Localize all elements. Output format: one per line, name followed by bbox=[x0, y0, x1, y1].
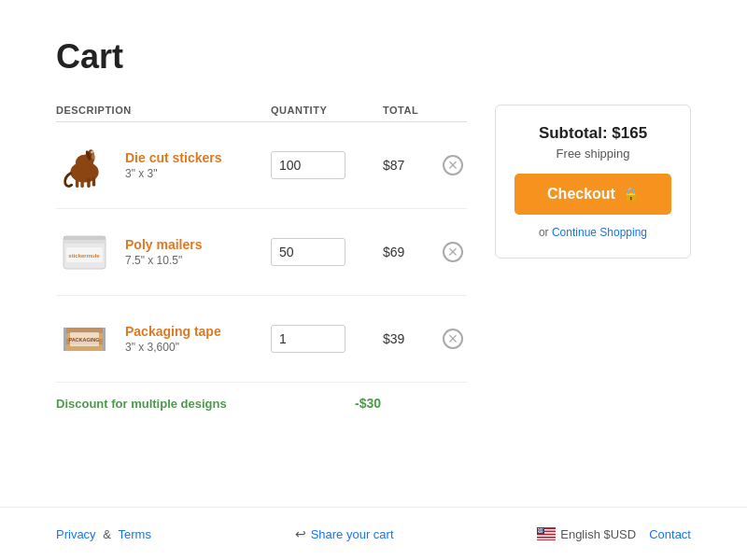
item-remove-cell: × bbox=[439, 242, 467, 262]
cart-section: DESCRIPTION QUANTITY TOTAL bbox=[56, 105, 467, 424]
header-remove bbox=[439, 105, 467, 116]
privacy-link[interactable]: Privacy bbox=[56, 527, 96, 541]
item-description: PACKAGING Packaging tape 3" x 3,600" bbox=[56, 311, 271, 367]
footer-left: Privacy & Terms bbox=[56, 527, 151, 541]
svg-point-33 bbox=[540, 528, 541, 529]
table-row: stickermule Poly mailers 7.5" x 10.5" $6… bbox=[56, 209, 467, 296]
svg-text:stickermule: stickermule bbox=[68, 253, 100, 259]
language-label: English $USD bbox=[560, 527, 636, 541]
header-total: TOTAL bbox=[383, 105, 439, 116]
share-cart-link[interactable]: ↩ Share your cart bbox=[295, 526, 394, 541]
footer-center: ↩ Share your cart bbox=[295, 526, 394, 541]
svg-point-43 bbox=[539, 532, 540, 533]
item-info: Packaging tape 3" x 3,600" bbox=[125, 324, 221, 354]
discount-row: Discount for multiple designs -$30 bbox=[56, 383, 467, 424]
svg-point-38 bbox=[542, 529, 543, 530]
checkout-box: Subtotal: $165 Free shipping Checkout 🔒 … bbox=[495, 105, 691, 259]
item-name-link[interactable]: Packaging tape bbox=[125, 324, 221, 339]
svg-rect-9 bbox=[92, 176, 94, 186]
discount-amount: -$30 bbox=[355, 396, 411, 411]
svg-rect-30 bbox=[537, 539, 556, 540]
footer: Privacy & Terms ↩ Share your cart bbox=[0, 507, 747, 560]
checkout-label: Checkout bbox=[547, 186, 615, 203]
item-name-link[interactable]: Poly mailers bbox=[125, 237, 203, 252]
svg-point-37 bbox=[540, 529, 541, 530]
table-header: DESCRIPTION QUANTITY TOTAL bbox=[56, 105, 467, 122]
item-description: stickermule Poly mailers 7.5" x 10.5" bbox=[56, 224, 271, 280]
main-layout: DESCRIPTION QUANTITY TOTAL bbox=[56, 105, 691, 424]
item-image-horse bbox=[56, 137, 112, 193]
share-label: Share your cart bbox=[311, 527, 394, 541]
share-icon: ↩ bbox=[295, 526, 306, 541]
svg-point-34 bbox=[541, 528, 542, 529]
header-description: DESCRIPTION bbox=[56, 105, 271, 116]
svg-point-32 bbox=[538, 528, 539, 529]
svg-point-5 bbox=[92, 151, 92, 152]
item-size: 3" x 3" bbox=[125, 167, 222, 180]
item-quantity-cell bbox=[271, 325, 383, 353]
quantity-input[interactable] bbox=[271, 325, 345, 353]
item-info: Die cut stickers 3" x 3" bbox=[125, 150, 222, 180]
flag-icon bbox=[537, 527, 556, 540]
item-image-tape: PACKAGING bbox=[56, 311, 112, 367]
svg-point-45 bbox=[542, 532, 543, 533]
svg-rect-22 bbox=[63, 328, 66, 351]
svg-point-44 bbox=[540, 532, 541, 533]
item-remove-cell: × bbox=[439, 329, 467, 349]
item-quantity-cell bbox=[271, 151, 383, 179]
quantity-input[interactable] bbox=[271, 151, 345, 179]
sidebar: Subtotal: $165 Free shipping Checkout 🔒 … bbox=[495, 105, 691, 259]
or-text: or bbox=[539, 226, 549, 239]
page-title: Cart bbox=[56, 37, 691, 77]
item-size: 3" x 3,600" bbox=[125, 341, 221, 354]
svg-point-42 bbox=[543, 531, 543, 532]
footer-separator: & bbox=[100, 527, 115, 541]
language-selector: English $USD bbox=[537, 527, 636, 541]
svg-point-40 bbox=[540, 531, 541, 532]
page-container: Cart DESCRIPTION QUANTITY TOTAL bbox=[0, 0, 747, 560]
svg-rect-14 bbox=[63, 236, 106, 240]
item-quantity-cell bbox=[271, 238, 383, 266]
svg-point-41 bbox=[541, 531, 542, 532]
header-quantity: QUANTITY bbox=[271, 105, 383, 116]
remove-button[interactable]: × bbox=[443, 155, 463, 175]
svg-point-36 bbox=[539, 529, 540, 530]
table-row: PACKAGING Packaging tape 3" x 3,600" $39… bbox=[56, 296, 467, 383]
item-image-poly: stickermule bbox=[56, 224, 112, 280]
footer-right: English $USD Contact bbox=[537, 527, 691, 541]
checkout-button[interactable]: Checkout 🔒 bbox=[514, 174, 671, 215]
terms-link[interactable]: Terms bbox=[119, 527, 151, 541]
discount-label: Discount for multiple designs bbox=[56, 397, 355, 411]
svg-text:PACKAGING: PACKAGING bbox=[68, 337, 99, 343]
contact-link[interactable]: Contact bbox=[649, 527, 691, 541]
or-continue: or Continue Shopping bbox=[514, 226, 671, 239]
table-row: Die cut stickers 3" x 3" $87 × bbox=[56, 122, 467, 209]
remove-button[interactable]: × bbox=[443, 329, 463, 349]
quantity-input[interactable] bbox=[271, 238, 345, 266]
svg-point-35 bbox=[543, 528, 543, 529]
item-total: $69 bbox=[383, 245, 439, 259]
svg-point-11 bbox=[92, 154, 95, 160]
lock-icon: 🔒 bbox=[623, 187, 639, 202]
svg-rect-8 bbox=[87, 178, 90, 188]
svg-rect-7 bbox=[80, 178, 83, 188]
item-description: Die cut stickers 3" x 3" bbox=[56, 137, 271, 193]
item-remove-cell: × bbox=[439, 155, 467, 175]
svg-point-39 bbox=[538, 531, 539, 532]
svg-rect-23 bbox=[103, 328, 106, 351]
item-name-link[interactable]: Die cut stickers bbox=[125, 150, 222, 165]
subtotal: Subtotal: $165 bbox=[514, 124, 671, 143]
item-total: $87 bbox=[383, 158, 439, 173]
free-shipping: Free shipping bbox=[514, 147, 671, 161]
remove-button[interactable]: × bbox=[443, 242, 463, 262]
svg-rect-6 bbox=[75, 178, 78, 188]
item-size: 7.5" x 10.5" bbox=[125, 254, 203, 267]
item-info: Poly mailers 7.5" x 10.5" bbox=[125, 237, 203, 267]
item-total: $39 bbox=[383, 331, 439, 346]
continue-shopping-link[interactable]: Continue Shopping bbox=[552, 226, 647, 239]
svg-rect-29 bbox=[537, 535, 556, 537]
